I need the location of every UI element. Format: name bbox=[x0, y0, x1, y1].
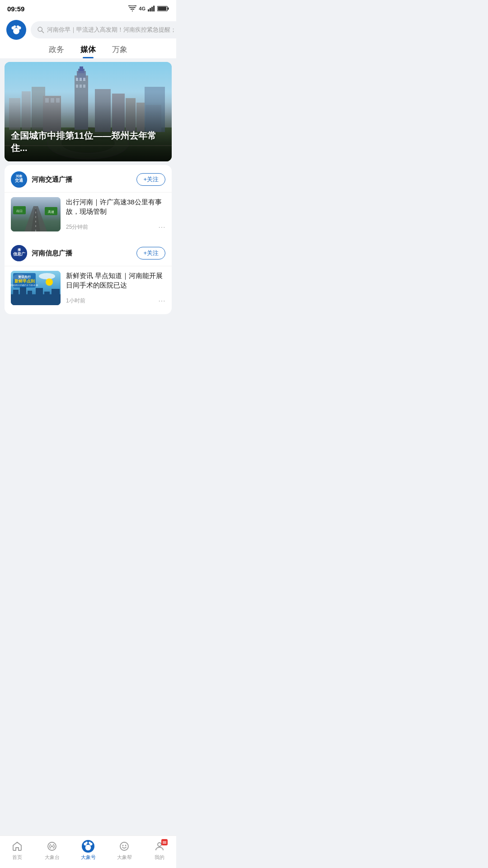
svg-rect-68 bbox=[52, 289, 60, 296]
news-thumb-info: 资讯先行 新鲜早点到 FM105.6 FM97.6 7:00-8:00 bbox=[11, 271, 61, 305]
svg-text:河南: 河南 bbox=[16, 174, 22, 178]
svg-point-12 bbox=[17, 25, 19, 28]
svg-rect-65 bbox=[28, 291, 32, 296]
search-input-placeholder: 河南你早｜甲流进入高发期！河南疾控紧急提醒；... bbox=[47, 26, 176, 34]
news-card-section: 交通 河南 河南交通广播 +关注 bbox=[5, 165, 172, 314]
svg-text:新鲜早点到: 新鲜早点到 bbox=[14, 278, 35, 283]
svg-rect-67 bbox=[44, 292, 50, 296]
channel-name-info: 河南信息广播 bbox=[32, 249, 72, 258]
svg-text:播: 播 bbox=[17, 248, 21, 251]
svg-rect-2 bbox=[150, 8, 151, 11]
app-logo[interactable] bbox=[6, 20, 26, 40]
channel-avatar-traffic[interactable]: 交通 河南 bbox=[11, 171, 27, 188]
news-title-info: 新鲜资讯 早点知道｜河南能开展日间手术的医院已达 bbox=[66, 271, 165, 290]
channel-avatar-info[interactable]: 信息广 播 bbox=[11, 245, 27, 261]
svg-line-14 bbox=[42, 31, 43, 33]
svg-point-11 bbox=[14, 25, 16, 28]
status-icons: 4G bbox=[128, 5, 169, 12]
status-bar: 09:59 4G bbox=[0, 0, 176, 16]
search-icon bbox=[37, 26, 44, 33]
signal-bars-icon bbox=[148, 5, 155, 12]
svg-rect-4 bbox=[153, 6, 155, 12]
hero-title: 全国城市中排第11位——郑州去年常住... bbox=[11, 130, 165, 154]
svg-point-61 bbox=[46, 278, 53, 286]
svg-rect-66 bbox=[36, 288, 43, 296]
svg-point-0 bbox=[132, 10, 133, 11]
news-item-traffic[interactable]: 出口 高速 出行河南｜许广高速38公里有事故，现场管制 25分钟前 ⋯ bbox=[5, 192, 172, 237]
svg-rect-6 bbox=[168, 7, 169, 9]
more-button-info[interactable]: ⋯ bbox=[158, 297, 165, 305]
channel-header-info: 信息广 播 河南信息广播 +关注 bbox=[5, 239, 172, 266]
svg-text:FM105.6 FM97.6 7:00-8:00: FM105.6 FM97.6 7:00-8:00 bbox=[11, 284, 38, 287]
svg-text:出口: 出口 bbox=[16, 209, 23, 212]
svg-text:交通: 交通 bbox=[15, 178, 23, 183]
svg-rect-64 bbox=[20, 287, 26, 296]
svg-rect-1 bbox=[148, 9, 149, 12]
news-item-info[interactable]: 资讯先行 新鲜早点到 FM105.6 FM97.6 7:00-8:00 新鲜资讯… bbox=[5, 266, 172, 311]
channel-header-traffic: 交通 河南 河南交通广播 +关注 bbox=[5, 165, 172, 192]
wifi-icon bbox=[128, 5, 136, 12]
channel-info-info: 信息广 播 河南信息广播 bbox=[11, 245, 72, 261]
signal-4g-icon: 4G bbox=[139, 6, 145, 11]
svg-point-60 bbox=[39, 273, 55, 279]
tab-bar: 政务 媒体 万象 bbox=[0, 40, 176, 58]
tab-media[interactable]: 媒体 bbox=[80, 44, 96, 58]
news-meta-info: 1小时前 ⋯ bbox=[66, 297, 165, 305]
hero-banner[interactable]: 全国城市中排第11位——郑州去年常住... bbox=[5, 62, 172, 161]
svg-rect-63 bbox=[13, 290, 19, 296]
news-meta-traffic: 25分钟前 ⋯ bbox=[66, 223, 165, 231]
battery-icon bbox=[157, 5, 169, 12]
follow-button-info[interactable]: +关注 bbox=[136, 247, 165, 259]
news-thumb-traffic: 出口 高速 bbox=[11, 197, 61, 231]
svg-rect-7 bbox=[158, 7, 166, 10]
more-button-traffic[interactable]: ⋯ bbox=[158, 223, 165, 231]
follow-button-traffic[interactable]: +关注 bbox=[136, 173, 165, 186]
tab-politics[interactable]: 政务 bbox=[49, 44, 64, 58]
news-title-traffic: 出行河南｜许广高速38公里有事故，现场管制 bbox=[66, 197, 165, 216]
news-time-traffic: 25分钟前 bbox=[66, 223, 88, 231]
svg-text:信息广: 信息广 bbox=[13, 251, 26, 256]
news-content-info: 新鲜资讯 早点知道｜河南能开展日间手术的医院已达 1小时前 ⋯ bbox=[66, 271, 165, 305]
channel-name-traffic: 河南交通广播 bbox=[32, 175, 72, 184]
news-time-info: 1小时前 bbox=[66, 297, 85, 305]
status-time: 09:59 bbox=[7, 5, 24, 13]
svg-rect-3 bbox=[151, 7, 153, 11]
news-content-traffic: 出行河南｜许广高速38公里有事故，现场管制 25分钟前 ⋯ bbox=[66, 197, 165, 231]
header: 河南你早｜甲流进入高发期！河南疾控紧急提醒；... bbox=[0, 16, 176, 40]
svg-text:高速: 高速 bbox=[48, 210, 54, 213]
svg-text:资讯先行: 资讯先行 bbox=[18, 275, 31, 278]
channel-info-traffic: 交通 河南 河南交通广播 bbox=[11, 171, 72, 188]
search-bar[interactable]: 河南你早｜甲流进入高发期！河南疾控紧急提醒；... bbox=[31, 21, 176, 38]
tab-everything[interactable]: 万象 bbox=[112, 44, 127, 58]
